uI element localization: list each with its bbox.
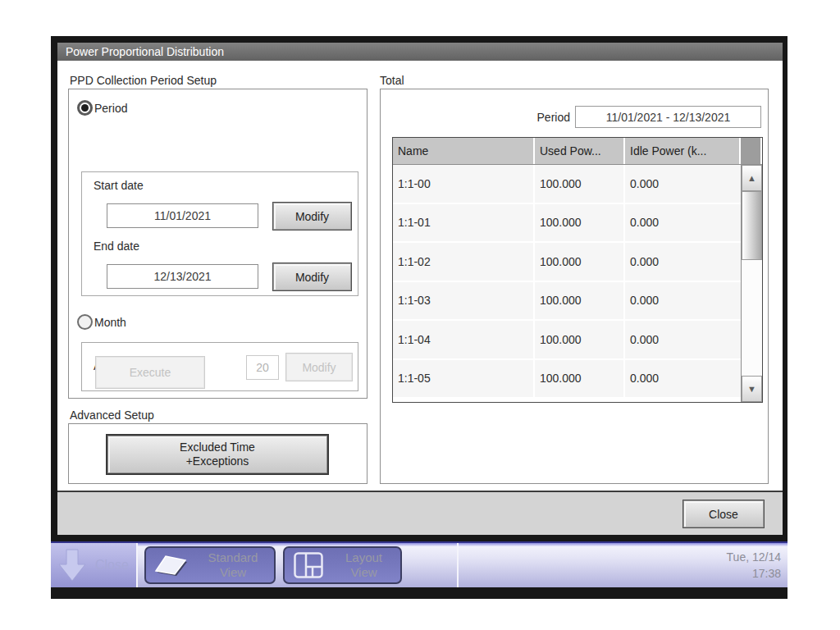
standard-view-label: StandardView (192, 550, 274, 580)
period-radio[interactable]: Period (77, 100, 127, 116)
standard-view-button[interactable]: StandardView (144, 546, 276, 584)
table-cell: 1:1-02 (393, 243, 533, 281)
end-date-label: End date (94, 240, 139, 253)
table-cell: 0.000 (623, 243, 739, 281)
month-radio[interactable]: Month (77, 314, 126, 330)
period-radio-label: Period (94, 102, 127, 115)
scroll-up-icon: ▲ (747, 173, 756, 183)
radio-unselected-icon (77, 314, 93, 330)
advanced-setup-box: Excluded Time +Exceptions (68, 423, 368, 484)
table-cell: 100.000 (533, 282, 623, 320)
ppd-group-box: Period Start date 11/01/2021 Modify End … (68, 89, 368, 399)
execute-button: Execute (95, 356, 205, 389)
table-row[interactable]: 1:1-05100.0000.000 (393, 360, 741, 399)
start-date-label: Start date (94, 179, 144, 192)
taskbar: Close StandardView (51, 541, 788, 587)
taskbar-close-label: Close (95, 558, 129, 573)
date-range-box: Start date 11/01/2021 Modify End date 12… (81, 171, 358, 296)
table-cell: 1:1-03 (393, 282, 533, 320)
table-cell: 0.000 (623, 282, 739, 320)
taskbar-time: 17:38 (727, 565, 781, 582)
table-cell: 100.000 (533, 165, 623, 203)
scrollbar-track[interactable] (742, 260, 762, 376)
table-cell: 100.000 (533, 243, 623, 281)
table-header: Name Used Pow... Idle Power (k... (393, 138, 762, 165)
month-radio-label: Month (94, 316, 126, 329)
account-day-field: 20 (246, 355, 279, 380)
dialog-footer: Close (57, 491, 783, 535)
table-cell: 1:1-05 (393, 360, 533, 398)
device-screen: Power Proportional Distribution PPD Coll… (51, 36, 788, 599)
table-cell: 0.000 (623, 165, 739, 203)
col-header-name: Name (393, 138, 533, 164)
excluded-line1: Excluded Time (180, 441, 255, 454)
total-period-label: Period (537, 111, 570, 124)
ppd-dialog: Power Proportional Distribution PPD Coll… (57, 43, 783, 535)
table-cell: 100.000 (533, 204, 623, 242)
account-day-modify-button: Modify (285, 353, 353, 381)
end-date-modify-button[interactable]: Modify (272, 262, 352, 291)
table-row[interactable]: 1:1-02100.0000.000 (393, 243, 741, 282)
radio-selected-icon (77, 100, 93, 116)
start-date-modify-button[interactable]: Modify (272, 202, 352, 231)
down-arrow-icon (56, 548, 89, 582)
taskbar-clock: Tue, 12/14 17:38 (727, 549, 781, 582)
scroll-up-button[interactable]: ▲ (742, 165, 762, 191)
col-header-used-power: Used Pow... (533, 138, 623, 164)
dialog-title: Power Proportional Distribution (57, 43, 783, 61)
table-row[interactable]: 1:1-04100.0000.000 (393, 321, 741, 360)
dialog-close-button[interactable]: Close (682, 500, 765, 528)
col-header-idle-power: Idle Power (k... (623, 138, 739, 164)
table-cell: 1:1-04 (393, 321, 533, 358)
table-cell: 0.000 (623, 360, 739, 398)
taskbar-close-section[interactable]: Close (51, 543, 136, 587)
layout-view-icon (293, 550, 324, 580)
excluded-line2: +Exceptions (186, 454, 249, 468)
end-date-field[interactable]: 12/13/2021 (107, 264, 258, 289)
total-period-row: Period 11/01/2021 - 12/13/2021 (381, 106, 761, 128)
total-box: Period 11/01/2021 - 12/13/2021 Name Used… (380, 89, 769, 484)
taskbar-separator-2 (457, 543, 459, 587)
taskbar-separator-1 (136, 543, 138, 587)
table-row[interactable]: 1:1-03100.0000.000 (393, 282, 741, 322)
advanced-setup-title: Advanced Setup (70, 409, 154, 422)
table-cell: 0.000 (623, 204, 739, 242)
table-cell: 1:1-00 (393, 165, 533, 203)
table-cell: 100.000 (533, 360, 623, 398)
excluded-time-exceptions-button[interactable]: Excluded Time +Exceptions (106, 434, 329, 475)
total-section-title: Total (380, 74, 404, 87)
table-scrollbar[interactable]: ▲ ▼ (741, 165, 762, 402)
layout-view-button[interactable]: LayoutView (283, 546, 402, 584)
standard-view-icon (154, 551, 189, 579)
layout-view-label: LayoutView (327, 550, 400, 580)
table-row[interactable]: 1:1-01100.0000.000 (393, 204, 741, 244)
table-cell: 0.000 (623, 321, 739, 358)
scroll-down-button[interactable]: ▼ (742, 376, 762, 402)
scrollbar-thumb[interactable] (742, 191, 762, 260)
ppd-table: Name Used Pow... Idle Power (k... 1:1-00… (392, 137, 763, 403)
ppd-section-title: PPD Collection Period Setup (70, 74, 217, 87)
total-period-field: 11/01/2021 - 12/13/2021 (575, 106, 761, 128)
col-header-scroll-spacer (739, 138, 760, 164)
scroll-down-icon: ▼ (747, 384, 756, 394)
table-cell: 100.000 (533, 321, 623, 358)
table-cell: 1:1-01 (393, 204, 533, 242)
taskbar-date: Tue, 12/14 (727, 549, 781, 565)
page: Power Proportional Distribution PPD Coll… (0, 0, 840, 630)
start-date-field[interactable]: 11/01/2021 (107, 203, 258, 228)
table-row[interactable]: 1:1-00100.0000.000 (393, 165, 741, 204)
table-body: 1:1-00100.0000.0001:1-01100.0000.0001:1-… (393, 165, 741, 402)
